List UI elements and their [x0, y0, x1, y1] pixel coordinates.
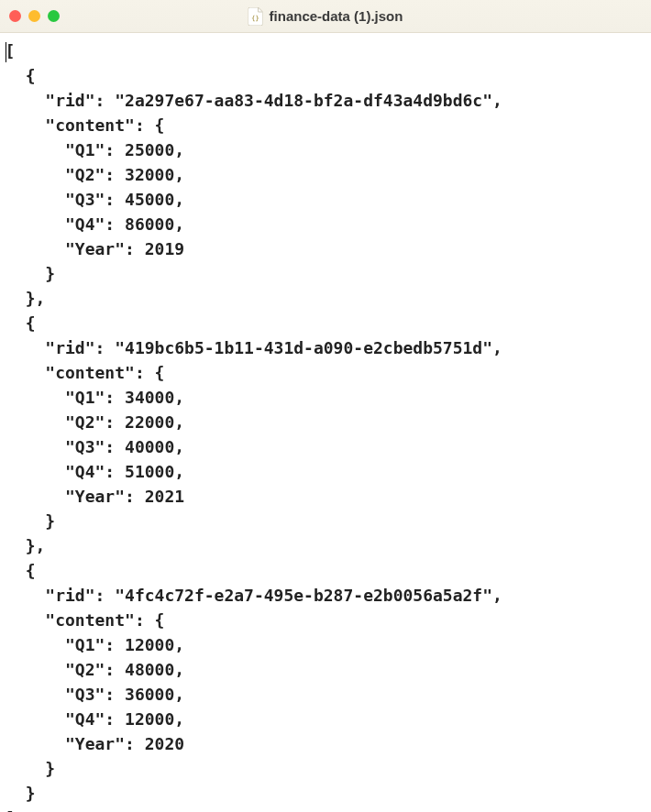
text-cursor — [6, 42, 6, 62]
zoom-button[interactable] — [48, 10, 60, 22]
title-center: {} finance-data (1).json — [248, 7, 403, 26]
window-title: finance-data (1).json — [270, 8, 403, 24]
titlebar: {} finance-data (1).json — [0, 0, 651, 33]
svg-text:{}: {} — [251, 15, 259, 22]
minimize-button[interactable] — [28, 10, 40, 22]
close-button[interactable] — [9, 10, 21, 22]
editor-content[interactable]: [ { "rid": "2a297e67-aa83-4d18-bf2a-df43… — [0, 33, 651, 812]
json-file-icon: {} — [248, 7, 263, 26]
traffic-lights — [9, 10, 60, 22]
